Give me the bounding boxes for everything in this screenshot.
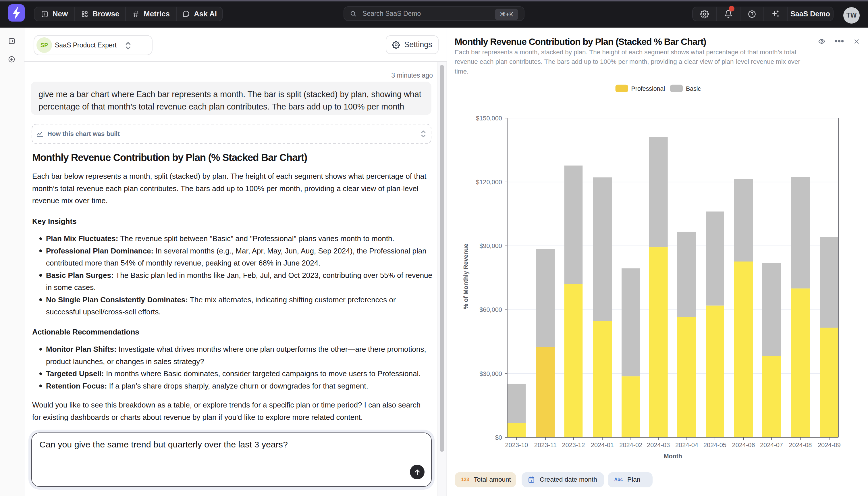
svg-text:2023-10: 2023-10 <box>505 441 528 449</box>
svg-text:2024-05: 2024-05 <box>703 441 726 449</box>
svg-text:Month: Month <box>664 453 682 460</box>
svg-text:2024-04: 2024-04 <box>675 441 698 449</box>
svg-text:2024-09: 2024-09 <box>818 441 841 449</box>
svg-text:2023-11: 2023-11 <box>534 441 557 449</box>
svg-text:2024-03: 2024-03 <box>647 441 670 449</box>
svg-text:$150,000: $150,000 <box>476 115 502 122</box>
svg-text:$120,000: $120,000 <box>476 179 502 186</box>
svg-text:% of Monthly Revenue: % of Monthly Revenue <box>463 244 469 309</box>
svg-text:2024-02: 2024-02 <box>619 441 642 449</box>
svg-text:2024-06: 2024-06 <box>732 441 755 449</box>
svg-text:2024-01: 2024-01 <box>591 441 614 449</box>
svg-text:2024-07: 2024-07 <box>760 441 783 449</box>
svg-text:$0: $0 <box>495 434 502 441</box>
svg-text:2024-08: 2024-08 <box>789 441 812 449</box>
svg-text:2023-12: 2023-12 <box>562 441 585 449</box>
svg-text:Basic: Basic <box>686 86 701 92</box>
svg-text:Professional: Professional <box>631 86 665 92</box>
svg-text:$90,000: $90,000 <box>479 242 502 249</box>
svg-text:$30,000: $30,000 <box>479 370 502 377</box>
svg-text:$60,000: $60,000 <box>479 306 502 313</box>
